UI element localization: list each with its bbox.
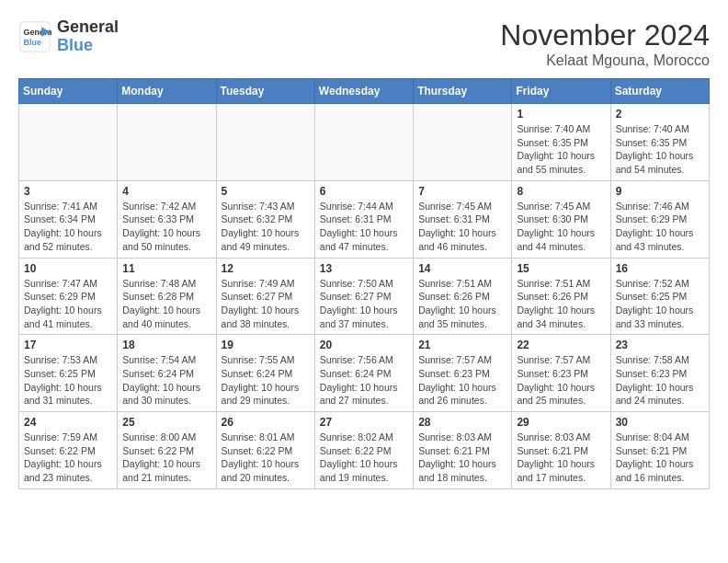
day-info: Sunrise: 7:48 AM Sunset: 6:28 PM Dayligh… <box>122 277 210 331</box>
calendar-cell: 2Sunrise: 7:40 AM Sunset: 6:35 PM Daylig… <box>610 104 709 181</box>
calendar-cell <box>19 104 118 181</box>
day-info: Sunrise: 7:47 AM Sunset: 6:29 PM Dayligh… <box>24 277 112 331</box>
page-header: General Blue General Blue November 2024 … <box>18 18 710 69</box>
logo-text: General Blue <box>57 18 119 55</box>
calendar-cell: 1Sunrise: 7:40 AM Sunset: 6:35 PM Daylig… <box>512 104 610 181</box>
weekday-header-saturday: Saturday <box>610 79 709 104</box>
day-info: Sunrise: 7:40 AM Sunset: 6:35 PM Dayligh… <box>517 122 605 177</box>
calendar-cell: 25Sunrise: 8:00 AM Sunset: 6:22 PM Dayli… <box>118 412 216 489</box>
day-number: 9 <box>616 185 704 198</box>
calendar-cell: 8Sunrise: 7:45 AM Sunset: 6:30 PM Daylig… <box>512 180 610 258</box>
day-number: 19 <box>222 339 310 351</box>
day-info: Sunrise: 7:57 AM Sunset: 6:23 PM Dayligh… <box>517 353 605 408</box>
weekday-header-monday: Monday <box>118 79 216 104</box>
day-info: Sunrise: 8:02 AM Sunset: 6:22 PM Dayligh… <box>320 431 408 485</box>
day-info: Sunrise: 7:58 AM Sunset: 6:23 PM Dayligh… <box>616 353 704 408</box>
day-info: Sunrise: 7:45 AM Sunset: 6:30 PM Dayligh… <box>517 200 605 254</box>
day-info: Sunrise: 7:55 AM Sunset: 6:24 PM Dayligh… <box>222 353 310 408</box>
weekday-header-tuesday: Tuesday <box>216 79 314 104</box>
day-number: 7 <box>418 185 506 198</box>
day-number: 5 <box>222 185 310 198</box>
calendar-cell: 14Sunrise: 7:51 AM Sunset: 6:26 PM Dayli… <box>414 258 512 335</box>
day-number: 16 <box>616 262 704 275</box>
day-info: Sunrise: 7:44 AM Sunset: 6:31 PM Dayligh… <box>320 200 408 254</box>
day-info: Sunrise: 7:41 AM Sunset: 6:34 PM Dayligh… <box>24 200 112 254</box>
day-info: Sunrise: 7:40 AM Sunset: 6:35 PM Dayligh… <box>616 122 704 177</box>
calendar-cell: 18Sunrise: 7:54 AM Sunset: 6:24 PM Dayli… <box>118 335 216 412</box>
calendar-cell: 24Sunrise: 7:59 AM Sunset: 6:22 PM Dayli… <box>19 412 118 489</box>
day-number: 13 <box>320 262 408 275</box>
calendar-cell: 26Sunrise: 8:01 AM Sunset: 6:22 PM Dayli… <box>216 412 314 489</box>
weekday-header-thursday: Thursday <box>414 79 512 104</box>
day-number: 8 <box>517 185 605 198</box>
calendar-cell: 6Sunrise: 7:44 AM Sunset: 6:31 PM Daylig… <box>314 180 413 258</box>
day-number: 25 <box>122 416 210 429</box>
day-number: 23 <box>616 339 704 351</box>
calendar-week-1: 1Sunrise: 7:40 AM Sunset: 6:35 PM Daylig… <box>19 104 710 181</box>
calendar-cell: 5Sunrise: 7:43 AM Sunset: 6:32 PM Daylig… <box>216 180 314 258</box>
day-info: Sunrise: 7:46 AM Sunset: 6:29 PM Dayligh… <box>616 200 704 254</box>
day-number: 18 <box>122 339 210 351</box>
day-number: 29 <box>517 416 605 429</box>
day-number: 2 <box>616 108 704 121</box>
calendar-week-5: 24Sunrise: 7:59 AM Sunset: 6:22 PM Dayli… <box>19 412 710 489</box>
day-info: Sunrise: 7:53 AM Sunset: 6:25 PM Dayligh… <box>24 353 112 408</box>
calendar-cell: 22Sunrise: 7:57 AM Sunset: 6:23 PM Dayli… <box>512 335 610 412</box>
calendar-cell: 3Sunrise: 7:41 AM Sunset: 6:34 PM Daylig… <box>19 180 118 258</box>
day-number: 27 <box>320 416 408 429</box>
calendar-cell: 19Sunrise: 7:55 AM Sunset: 6:24 PM Dayli… <box>216 335 314 412</box>
day-info: Sunrise: 7:49 AM Sunset: 6:27 PM Dayligh… <box>222 277 310 331</box>
logo-icon: General Blue <box>18 20 51 53</box>
weekday-header-sunday: Sunday <box>19 79 118 104</box>
day-number: 10 <box>24 262 112 275</box>
day-number: 24 <box>24 416 112 429</box>
calendar-cell: 15Sunrise: 7:51 AM Sunset: 6:26 PM Dayli… <box>512 258 610 335</box>
day-info: Sunrise: 8:01 AM Sunset: 6:22 PM Dayligh… <box>222 431 310 485</box>
day-info: Sunrise: 7:51 AM Sunset: 6:26 PM Dayligh… <box>517 277 605 331</box>
day-info: Sunrise: 7:50 AM Sunset: 6:27 PM Dayligh… <box>320 277 408 331</box>
calendar-cell: 23Sunrise: 7:58 AM Sunset: 6:23 PM Dayli… <box>610 335 709 412</box>
day-info: Sunrise: 7:54 AM Sunset: 6:24 PM Dayligh… <box>122 353 210 408</box>
calendar-week-3: 10Sunrise: 7:47 AM Sunset: 6:29 PM Dayli… <box>19 258 710 335</box>
logo: General Blue General Blue <box>18 18 119 55</box>
day-info: Sunrise: 7:45 AM Sunset: 6:31 PM Dayligh… <box>418 200 506 254</box>
calendar-cell: 20Sunrise: 7:56 AM Sunset: 6:24 PM Dayli… <box>314 335 413 412</box>
day-number: 21 <box>418 339 506 351</box>
calendar-cell: 28Sunrise: 8:03 AM Sunset: 6:21 PM Dayli… <box>414 412 512 489</box>
calendar-cell: 29Sunrise: 8:03 AM Sunset: 6:21 PM Dayli… <box>512 412 610 489</box>
calendar-cell: 17Sunrise: 7:53 AM Sunset: 6:25 PM Dayli… <box>19 335 118 412</box>
day-info: Sunrise: 7:59 AM Sunset: 6:22 PM Dayligh… <box>24 431 112 485</box>
calendar-cell <box>414 104 512 181</box>
calendar-table: SundayMondayTuesdayWednesdayThursdayFrid… <box>18 78 710 489</box>
calendar-cell: 16Sunrise: 7:52 AM Sunset: 6:25 PM Dayli… <box>610 258 709 335</box>
day-number: 12 <box>222 262 310 275</box>
month-title: November 2024 <box>500 18 710 52</box>
calendar-cell: 11Sunrise: 7:48 AM Sunset: 6:28 PM Dayli… <box>118 258 216 335</box>
day-number: 20 <box>320 339 408 351</box>
day-info: Sunrise: 7:56 AM Sunset: 6:24 PM Dayligh… <box>320 353 408 408</box>
day-number: 26 <box>222 416 310 429</box>
day-info: Sunrise: 7:51 AM Sunset: 6:26 PM Dayligh… <box>418 277 506 331</box>
day-number: 4 <box>122 185 210 198</box>
calendar-week-4: 17Sunrise: 7:53 AM Sunset: 6:25 PM Dayli… <box>19 335 710 412</box>
day-info: Sunrise: 7:52 AM Sunset: 6:25 PM Dayligh… <box>616 277 704 331</box>
day-number: 28 <box>418 416 506 429</box>
day-info: Sunrise: 8:03 AM Sunset: 6:21 PM Dayligh… <box>517 431 605 485</box>
weekday-header-row: SundayMondayTuesdayWednesdayThursdayFrid… <box>19 79 710 104</box>
calendar-cell <box>118 104 216 181</box>
calendar-cell: 9Sunrise: 7:46 AM Sunset: 6:29 PM Daylig… <box>610 180 709 258</box>
day-info: Sunrise: 8:04 AM Sunset: 6:21 PM Dayligh… <box>616 431 704 485</box>
title-section: November 2024 Kelaat Mgouna, Morocco <box>500 18 710 69</box>
calendar-cell <box>314 104 413 181</box>
day-info: Sunrise: 8:00 AM Sunset: 6:22 PM Dayligh… <box>122 431 210 485</box>
day-number: 14 <box>418 262 506 275</box>
calendar-cell: 30Sunrise: 8:04 AM Sunset: 6:21 PM Dayli… <box>610 412 709 489</box>
day-number: 17 <box>24 339 112 351</box>
day-info: Sunrise: 7:43 AM Sunset: 6:32 PM Dayligh… <box>222 200 310 254</box>
day-number: 11 <box>122 262 210 275</box>
day-number: 15 <box>517 262 605 275</box>
day-info: Sunrise: 7:42 AM Sunset: 6:33 PM Dayligh… <box>122 200 210 254</box>
weekday-header-friday: Friday <box>512 79 610 104</box>
calendar-cell: 27Sunrise: 8:02 AM Sunset: 6:22 PM Dayli… <box>314 412 413 489</box>
day-number: 3 <box>24 185 112 198</box>
